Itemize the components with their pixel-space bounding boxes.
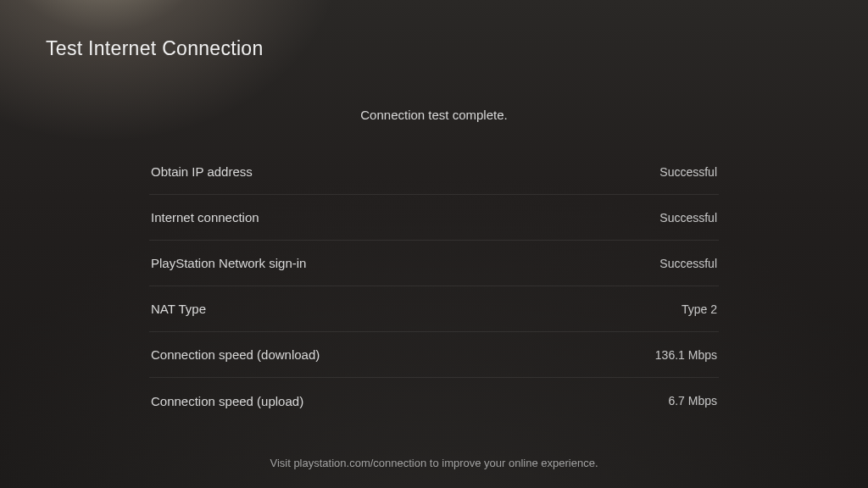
- result-value: Successful: [659, 165, 717, 179]
- result-row-upload-speed: Connection speed (upload) 6.7 Mbps: [149, 378, 719, 424]
- result-value: Successful: [659, 211, 717, 225]
- result-label: PlayStation Network sign-in: [151, 256, 306, 270]
- result-label: NAT Type: [151, 302, 206, 316]
- result-row-internet-connection: Internet connection Successful: [149, 195, 719, 241]
- result-value: 6.7 Mbps: [668, 394, 717, 408]
- page-title: Test Internet Connection: [46, 37, 822, 60]
- result-label: Connection speed (download): [151, 347, 320, 362]
- status-message: Connection test complete.: [46, 108, 822, 122]
- result-value: Type 2: [682, 302, 717, 316]
- result-row-ip-address: Obtain IP address Successful: [149, 149, 719, 195]
- result-row-download-speed: Connection speed (download) 136.1 Mbps: [149, 332, 719, 378]
- main-container: Test Internet Connection Connection test…: [0, 0, 868, 488]
- footer-help-text: Visit playstation.com/connection to impr…: [0, 457, 868, 469]
- result-value: 136.1 Mbps: [655, 348, 717, 362]
- result-row-nat-type: NAT Type Type 2: [149, 286, 719, 332]
- results-list: Obtain IP address Successful Internet co…: [149, 149, 719, 424]
- result-label: Internet connection: [151, 210, 259, 225]
- result-row-psn-signin: PlayStation Network sign-in Successful: [149, 241, 719, 286]
- result-label: Connection speed (upload): [151, 394, 303, 408]
- result-value: Successful: [659, 257, 717, 270]
- result-label: Obtain IP address: [151, 164, 253, 179]
